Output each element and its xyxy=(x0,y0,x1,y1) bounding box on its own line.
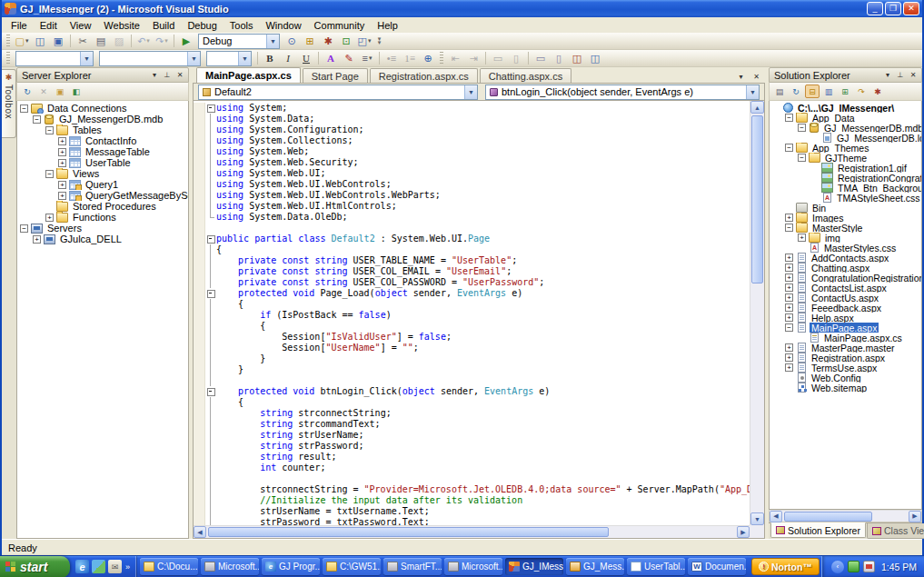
tree-item[interactable]: +TermsUse.aspx xyxy=(770,363,921,373)
taskbar-button[interactable]: WDocumen... xyxy=(688,558,746,575)
scroll-up-icon[interactable]: ▲ xyxy=(750,101,764,114)
taskbar-button[interactable]: C:\Docu... xyxy=(140,558,198,575)
tree-expander-icon[interactable]: + xyxy=(785,353,793,362)
tree-item[interactable]: +Query1 xyxy=(17,179,188,190)
tree-expander-icon[interactable]: − xyxy=(785,224,793,232)
tree-item[interactable]: +MasterStyles.css xyxy=(770,243,921,253)
tree-expander-icon[interactable]: + xyxy=(785,274,793,282)
tree-expander-icon[interactable]: + xyxy=(785,343,793,352)
font-size-combo[interactable]: ▼ xyxy=(206,51,252,66)
menu-item-help[interactable]: Help xyxy=(371,19,404,32)
scroll-right-icon[interactable]: ▶ xyxy=(737,526,750,538)
tree-item[interactable]: −MainPage.aspx xyxy=(770,323,921,333)
view-code-icon[interactable]: ▥ xyxy=(821,85,836,98)
comment-button[interactable]: ▭ xyxy=(489,51,507,66)
tree-item[interactable]: +Bin xyxy=(770,203,921,213)
tree-expander-icon[interactable]: + xyxy=(785,363,793,372)
document-tab[interactable]: Start Page xyxy=(303,68,368,83)
tree-expander-icon[interactable]: − xyxy=(785,144,793,152)
start-debugging-button[interactable]: ▶ xyxy=(177,34,195,49)
tree-item[interactable]: +Stored Procedures xyxy=(17,201,188,212)
tree-item[interactable]: +MasterPage.master xyxy=(770,343,921,353)
tree-item[interactable]: −GJ_MessengerDB.mdb xyxy=(770,123,921,133)
code-editor[interactable]: using System;using System.Data;using Sys… xyxy=(193,100,765,539)
close-icon[interactable]: ✕ xyxy=(907,69,919,81)
tree-expander-icon[interactable]: − xyxy=(798,124,806,132)
outline-margin[interactable] xyxy=(205,234,216,244)
taskbar-button[interactable]: Microsoft... xyxy=(201,558,259,575)
refresh-icon[interactable]: ↻ xyxy=(789,85,803,98)
save-all-button[interactable]: ▣ xyxy=(49,34,67,49)
tree-expander-icon[interactable]: + xyxy=(785,264,793,272)
tree-item[interactable]: +Registration.aspx xyxy=(770,353,921,363)
menu-item-tools[interactable]: Tools xyxy=(224,19,260,32)
display-details-button[interactable]: ▯ xyxy=(550,51,568,66)
chevron-down-icon[interactable]: ▼ xyxy=(464,85,477,99)
taskbar-button[interactable]: Microsoft... xyxy=(444,558,502,575)
tree-expander-icon[interactable]: + xyxy=(785,284,793,292)
uncomment-button[interactable]: ▯ xyxy=(507,51,525,66)
tree-expander-icon[interactable]: − xyxy=(785,114,793,122)
tree-expander-icon[interactable]: + xyxy=(58,137,66,145)
taskbar-button[interactable]: GJ_Mess... xyxy=(566,558,624,575)
chevron-down-icon[interactable]: ▼ xyxy=(266,35,279,48)
editor-horizontal-scrollbar[interactable]: ◀ ▶ xyxy=(194,525,750,538)
view-designer-icon[interactable]: ⊞ xyxy=(838,85,852,98)
toolbox-button[interactable]: ⊡ xyxy=(337,34,355,49)
tree-item[interactable]: +AddContacts.aspx xyxy=(770,253,921,263)
method-combo[interactable]: btnLogin_Click(object sender, EventArgs … xyxy=(485,85,760,100)
tree-expander-icon[interactable]: + xyxy=(785,313,793,322)
tree-expander-icon[interactable]: − xyxy=(20,104,28,113)
menu-item-edit[interactable]: Edit xyxy=(34,19,64,32)
tree-item[interactable]: +Feeedback.aspx xyxy=(770,303,921,313)
redo-button[interactable]: ↷▾ xyxy=(153,34,171,49)
tree-item[interactable]: +GJulca_DELL xyxy=(17,234,188,244)
start-button[interactable]: start xyxy=(0,556,70,577)
outdent-button[interactable]: ⇤ xyxy=(446,51,464,66)
toolbar-grip[interactable] xyxy=(6,52,10,65)
tree-item[interactable]: −Views xyxy=(17,168,188,179)
bullets-button[interactable]: •≡ xyxy=(383,51,401,66)
quicklaunch-mail-icon[interactable]: ✉ xyxy=(108,560,122,573)
tree-expander-icon[interactable]: + xyxy=(785,214,793,222)
tree-item[interactable]: −GJ_MessengerDB.mdb xyxy=(17,114,188,124)
document-tab[interactable]: Chatting.aspx.cs xyxy=(480,68,571,83)
toolbar-grip[interactable] xyxy=(440,52,443,65)
outline-margin[interactable] xyxy=(205,386,216,397)
tree-item[interactable]: +TMAStyleSheet.css xyxy=(770,193,921,203)
restore-button[interactable]: ❐ xyxy=(885,2,901,15)
tree-item[interactable]: −GJTheme xyxy=(770,153,921,163)
tree-item[interactable]: +RegistrationCongratulations.gif xyxy=(770,173,921,183)
window-position-icon[interactable]: ▾ xyxy=(881,69,894,81)
quicklaunch-ie-icon[interactable]: e xyxy=(75,560,89,573)
tree-item[interactable]: +MainPage.aspx.cs xyxy=(770,333,921,343)
scroll-left-icon[interactable]: ◀ xyxy=(770,511,782,522)
copy-web-site-icon[interactable]: ↷ xyxy=(854,85,869,98)
undo-button[interactable]: ↶▾ xyxy=(134,34,153,49)
auto-hide-pin-icon[interactable]: ⊥ xyxy=(161,69,174,81)
tree-item[interactable]: +ContactInfo xyxy=(17,135,188,146)
tree-expander-icon[interactable]: − xyxy=(798,154,806,162)
server-explorer-header[interactable]: Server Explorer ▾⊥✕ xyxy=(16,67,189,83)
cut-button[interactable]: ✂ xyxy=(74,34,92,49)
bookmark-button[interactable]: ◫ xyxy=(568,51,586,66)
refresh-icon[interactable]: ↻ xyxy=(20,85,35,98)
taskbar-button[interactable]: UserTabl... xyxy=(627,558,685,575)
volume-tray-icon[interactable] xyxy=(863,561,875,572)
horizontal-scroll-thumb[interactable] xyxy=(784,512,872,522)
tree-item[interactable]: +img xyxy=(770,233,921,243)
scroll-left-icon[interactable]: ◀ xyxy=(194,526,206,538)
class-combo[interactable]: Default2 ▼ xyxy=(198,85,478,100)
menu-item-debug[interactable]: Debug xyxy=(181,19,223,32)
numbering-button[interactable]: 1≡ xyxy=(401,51,419,66)
tree-item[interactable]: +C:\...\GJ_IMessenger\ xyxy=(770,103,921,113)
alignment-button[interactable]: ≡▾ xyxy=(358,51,376,66)
paste-button[interactable]: ▨ xyxy=(110,34,128,49)
scroll-right-icon[interactable]: ▶ xyxy=(909,511,921,522)
tool-window-tab-solution-explorer[interactable]: Solution Explorer xyxy=(770,522,866,538)
menu-item-website[interactable]: Website xyxy=(97,19,146,32)
properties-icon[interactable]: ▤ xyxy=(772,85,787,98)
tree-item[interactable]: −App_Data xyxy=(770,113,921,123)
document-tab[interactable]: Registration.aspx.cs xyxy=(370,68,478,83)
task-list-button[interactable]: ◫ xyxy=(586,51,604,66)
